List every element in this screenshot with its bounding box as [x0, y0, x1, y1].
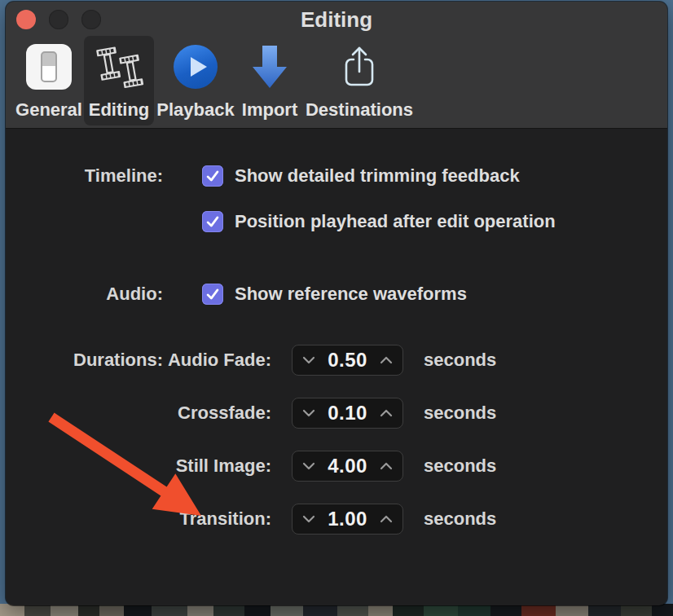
titlebar: Editing General: [6, 2, 667, 129]
unit-label: seconds: [424, 350, 496, 371]
audio-fade-stepper[interactable]: 0.50: [292, 345, 403, 376]
toolbar-tab-label: Editing: [89, 99, 150, 121]
duration-label: Still Image:: [6, 455, 271, 477]
chevron-down-icon[interactable]: [302, 409, 315, 417]
still-image-stepper[interactable]: 4.00: [292, 451, 403, 482]
toolbar-tab-destinations[interactable]: Destinations: [307, 36, 411, 125]
chevron-up-icon[interactable]: [380, 462, 393, 470]
unit-label: seconds: [424, 403, 496, 424]
duration-label: Audio Fade:: [6, 350, 271, 371]
toolbar-tab-label: General: [15, 99, 82, 121]
checkbox-label[interactable]: Show reference waveforms: [235, 284, 467, 305]
stepper-value[interactable]: 4.00: [328, 455, 367, 477]
timeline-group-label: Timeline:: [6, 165, 163, 187]
toolbar-tab-label: Playback: [156, 99, 234, 121]
checkbox-show-detailed-trimming[interactable]: [202, 165, 223, 187]
stepper-value[interactable]: 1.00: [328, 508, 367, 530]
window-title: Editing: [6, 7, 667, 33]
background-media-strip: [0, 604, 673, 616]
down-arrow-icon: [247, 41, 293, 93]
desktop-background: Editing General: [0, 0, 673, 616]
preferences-window: Editing General: [6, 2, 667, 605]
checkbox-position-playhead[interactable]: [202, 211, 223, 232]
switch-icon: [26, 41, 72, 93]
checkmark-icon: [204, 285, 222, 303]
chevron-up-icon[interactable]: [380, 409, 393, 417]
stepper-value[interactable]: 0.10: [328, 402, 367, 425]
play-icon: [174, 41, 218, 93]
transition-stepper[interactable]: 1.00: [292, 504, 403, 535]
toolbar-tab-import[interactable]: Import: [240, 36, 300, 125]
duration-label: Transition:: [6, 508, 271, 530]
crossfade-stepper[interactable]: 0.10: [292, 398, 403, 429]
checkbox-label[interactable]: Position playhead after edit operation: [235, 211, 556, 232]
chevron-up-icon[interactable]: [380, 356, 393, 364]
duration-label: Crossfade:: [6, 403, 271, 424]
toolbar-tab-general[interactable]: General: [14, 36, 84, 125]
share-icon: [341, 41, 377, 93]
toolbar-tab-playback[interactable]: Playback: [157, 36, 234, 125]
chevron-down-icon[interactable]: [302, 462, 315, 470]
stepper-value[interactable]: 0.50: [328, 349, 367, 372]
toolbar-tab-label: Import: [242, 99, 297, 121]
checkbox-show-reference-waveforms[interactable]: [202, 284, 223, 305]
unit-label: seconds: [424, 455, 496, 477]
checkmark-icon: [204, 213, 222, 231]
toolbar-tab-label: Destinations: [306, 99, 413, 121]
chevron-down-icon[interactable]: [302, 515, 315, 523]
chevron-up-icon[interactable]: [380, 515, 393, 523]
toolbar-tab-editing[interactable]: Editing: [84, 36, 154, 125]
checkmark-icon: [204, 167, 222, 185]
audio-group-label: Audio:: [6, 284, 163, 305]
filmstrip-icon: [94, 41, 144, 93]
unit-label: seconds: [424, 508, 496, 530]
chevron-down-icon[interactable]: [302, 356, 315, 364]
checkbox-label[interactable]: Show detailed trimming feedback: [235, 165, 520, 187]
